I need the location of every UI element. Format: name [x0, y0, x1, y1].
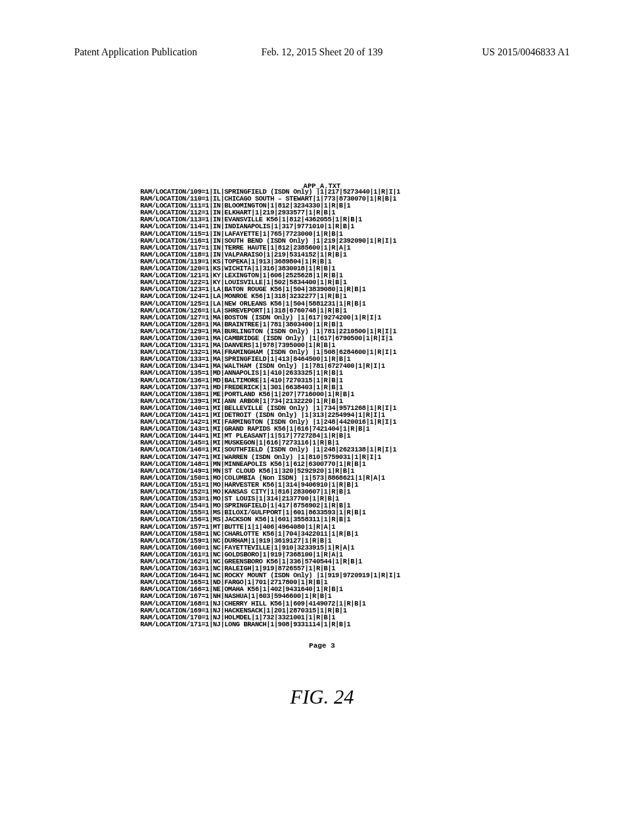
listing-row: RAM/LOCATION/171=1|NJ|LONG BRANCH|1|908|… — [140, 621, 518, 628]
listing-row: RAM/LOCATION/135=1|MD|ANNAPOLIS|1|410|26… — [140, 370, 518, 377]
patent-page: Patent Application Publication Feb. 12, … — [0, 0, 644, 830]
figure-caption: FIG. 24 — [0, 685, 644, 709]
listing-row: RAM/LOCATION/114=1|IN|INDIANAPOLIS|1|317… — [140, 223, 518, 230]
listing-row: RAM/LOCATION/167=1|NH|NASHUA|1|603|59466… — [140, 593, 518, 600]
listing-row: RAM/LOCATION/125=1|LA|NEW ORLEANS K56|1|… — [140, 301, 518, 307]
listing-row: RAM/LOCATION/115=1|IN|LAFAYETTE|1|765|77… — [140, 231, 518, 238]
listing-row: RAM/LOCATION/157=1|MT|BUTTE|1|1|406|4964… — [140, 524, 518, 531]
listing-page-number: Page 3 — [0, 641, 644, 650]
listing-block: RAM/LOCATION/109=1|IL|SPRINGFIELD (ISDN … — [140, 189, 518, 628]
listing-row: RAM/LOCATION/147=1|MI|WARREN (ISDN Only)… — [140, 454, 518, 461]
listing-row: RAM/LOCATION/136=1|MD|BALTIMORE|1|410|72… — [140, 377, 518, 384]
listing-row: RAM/LOCATION/156=1|MS|JACKSON K56|1|601|… — [140, 516, 518, 523]
listing-row: RAM/LOCATION/146=1|MI|SOUTHFIELD (ISDN O… — [140, 446, 518, 453]
listing-row: RAM/LOCATION/124=1|LA|MONROE K56|1|318|3… — [140, 293, 518, 300]
listing-row: RAM/LOCATION/168=1|NJ|CHERRY HILL K56|1|… — [140, 600, 518, 607]
header-right: US 2015/0046833 A1 — [482, 47, 570, 58]
